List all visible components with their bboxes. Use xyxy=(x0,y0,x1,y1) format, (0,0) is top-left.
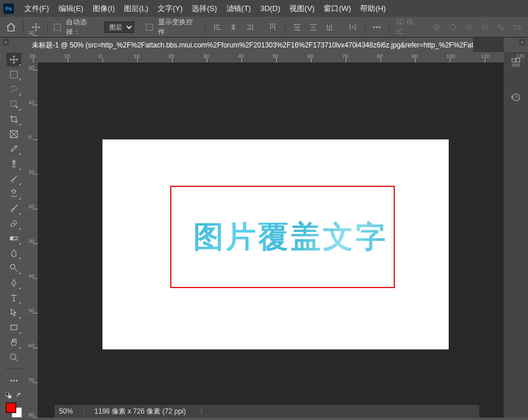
crop-tool[interactable] xyxy=(6,112,21,126)
canvas[interactable]: 图片覆盖文字 xyxy=(102,139,449,349)
ruler-tick-label: 80 xyxy=(28,412,35,417)
move-tool[interactable] xyxy=(6,53,21,67)
type-tool[interactable] xyxy=(6,291,21,305)
ruler-tick-label: 0 xyxy=(28,135,35,139)
frame-tool[interactable] xyxy=(6,127,21,141)
slide-3d-icon xyxy=(479,21,492,34)
svg-rect-24 xyxy=(512,58,515,62)
clone-stamp-tool[interactable] xyxy=(6,187,21,201)
options-bar: 自动选择： 图层 显示变换控件 3D 模式： xyxy=(0,17,528,38)
status-bar: 50% 1198 像素 x 726 像素 (72 ppi) 〉 xyxy=(54,405,479,418)
svg-rect-23 xyxy=(8,395,11,398)
menu-help[interactable]: 帮助(H) xyxy=(355,1,390,16)
align-top-edges-icon[interactable] xyxy=(266,21,279,34)
distribute-top-icon[interactable] xyxy=(291,21,304,34)
document-dimensions[interactable]: 1198 像素 x 726 像素 (72 ppi) xyxy=(94,407,186,417)
ruler-tick-label: 20 xyxy=(168,53,174,59)
ruler-tick-label: 40 xyxy=(28,274,35,278)
divider xyxy=(23,21,24,34)
history-panel-icon[interactable] xyxy=(509,90,523,104)
divider xyxy=(6,369,22,369)
eyedropper-tool[interactable] xyxy=(6,142,21,156)
color-swatches[interactable] xyxy=(6,403,22,418)
rectangle-tool[interactable] xyxy=(6,320,21,334)
auto-select-label: 自动选择： xyxy=(66,17,100,37)
menu-type[interactable]: 文字(Y) xyxy=(153,1,187,16)
ruler-tick-label: 0 xyxy=(99,53,102,59)
zoom-tool[interactable] xyxy=(6,351,21,364)
ruler-horizontal[interactable]: 1101009080706050403020100102030405060708… xyxy=(38,52,504,62)
divider xyxy=(47,21,48,34)
ruler-tick-label: 70 xyxy=(342,53,348,59)
path-selection-tool[interactable] xyxy=(6,305,21,319)
menu-select[interactable]: 选择(S) xyxy=(187,1,221,16)
gradient-tool[interactable] xyxy=(6,231,21,245)
quick-selection-tool[interactable] xyxy=(6,97,21,111)
svg-point-20 xyxy=(13,380,14,381)
home-icon[interactable] xyxy=(5,21,17,34)
orbit-3d-icon xyxy=(430,21,443,34)
brush-tool[interactable] xyxy=(6,172,21,186)
menu-3d[interactable]: 3D(D) xyxy=(255,2,285,15)
spot-healing-brush-tool[interactable] xyxy=(6,157,21,171)
dodge-tool[interactable] xyxy=(6,261,21,275)
status-flyout-icon[interactable]: 〉 xyxy=(200,407,207,417)
edit-toolbar-icon[interactable] xyxy=(6,374,21,388)
divider xyxy=(285,21,285,34)
align-right-edges-icon[interactable] xyxy=(243,21,256,34)
align-horizontal-centers-icon[interactable] xyxy=(227,21,240,34)
collapsed-panels xyxy=(504,52,528,418)
canvas-viewport[interactable]: 图片覆盖文字 xyxy=(38,62,504,418)
ruler-tick-label: 120 xyxy=(516,53,525,59)
ruler-vertical[interactable]: 3020100102030405060708090 xyxy=(27,62,38,418)
ruler-tick-label: 60 xyxy=(307,53,313,59)
default-colors-icon[interactable] xyxy=(6,392,12,400)
document-tab-bar: 未标题-1 @ 50% (src=http_%2F%2Fattach.bbs.m… xyxy=(27,38,504,52)
ruler-tick-label: 100 xyxy=(446,53,455,59)
svg-point-3 xyxy=(434,24,439,30)
distribute-horizontal-icon[interactable] xyxy=(346,21,359,34)
hand-tool[interactable] xyxy=(6,336,21,349)
blur-tool[interactable] xyxy=(6,246,21,260)
eraser-tool[interactable] xyxy=(6,216,21,230)
ruler-tick-label: 20 xyxy=(28,204,35,209)
show-transform-checkbox[interactable] xyxy=(146,24,153,31)
photoshop-logo-icon: Ps xyxy=(3,3,14,14)
color-controls xyxy=(4,392,24,418)
more-options-icon[interactable] xyxy=(371,21,384,34)
foreground-color-swatch[interactable] xyxy=(6,403,16,413)
menu-file[interactable]: 文件(F) xyxy=(20,1,54,16)
ruler-tick-label: 10 xyxy=(134,53,140,59)
document-tab[interactable]: 未标题-1 @ 50% (src=http_%2F%2Fattach.bbs.m… xyxy=(27,38,473,52)
ruler-tick-label: 90 xyxy=(412,53,417,59)
roll-3d-icon xyxy=(446,21,459,34)
svg-rect-15 xyxy=(10,237,13,240)
swap-colors-icon[interactable] xyxy=(16,392,22,400)
show-transform-label: 显示变换控件 xyxy=(158,17,199,37)
svg-point-16 xyxy=(10,264,15,269)
expand-panels-icon[interactable]: « xyxy=(519,39,526,46)
expand-tools-icon[interactable]: » xyxy=(2,39,9,46)
pen-tool[interactable] xyxy=(6,276,21,290)
lasso-tool[interactable] xyxy=(6,82,21,96)
svg-point-18 xyxy=(10,354,16,359)
divider xyxy=(389,21,390,34)
menu-layer[interactable]: 图层(L) xyxy=(119,1,153,16)
history-brush-tool[interactable] xyxy=(6,201,21,215)
ruler-tick-label: 30 xyxy=(28,239,35,244)
pan-3d-icon xyxy=(463,21,475,34)
zoom-level[interactable]: 50% xyxy=(59,407,73,415)
menu-image[interactable]: 图像(I) xyxy=(88,1,119,16)
auto-select-target[interactable]: 图层 xyxy=(104,21,134,33)
auto-select-checkbox[interactable] xyxy=(54,24,61,31)
distribute-bottom-icon[interactable] xyxy=(323,21,336,34)
menu-view[interactable]: 视图(V) xyxy=(285,1,319,16)
menu-window[interactable]: 窗口(W) xyxy=(319,1,355,16)
rectangular-marquee-tool[interactable] xyxy=(6,68,21,82)
distribute-vertical-icon[interactable] xyxy=(307,21,320,34)
menu-edit[interactable]: 编辑(E) xyxy=(54,1,88,16)
menu-filter[interactable]: 滤镜(T) xyxy=(222,1,256,16)
svg-rect-9 xyxy=(514,25,519,29)
align-left-edges-icon[interactable] xyxy=(211,21,224,34)
tools-panel xyxy=(0,52,27,418)
